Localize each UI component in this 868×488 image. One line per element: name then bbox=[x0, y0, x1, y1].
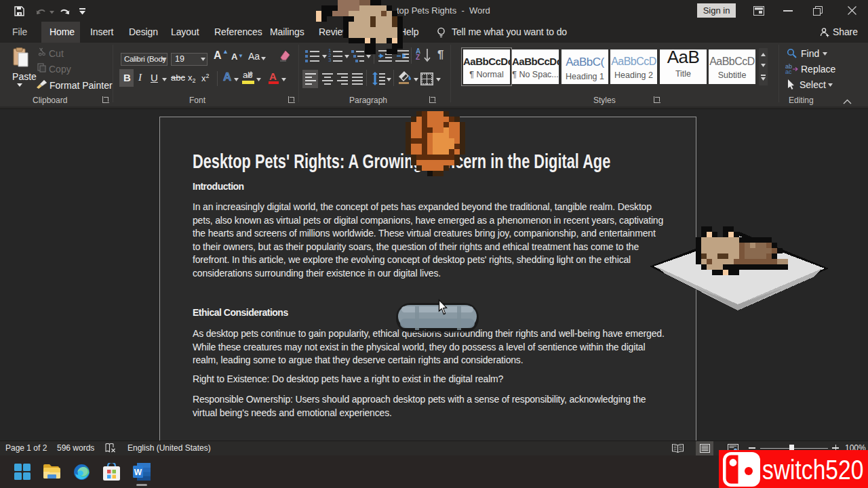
svg-text:W: W bbox=[134, 468, 142, 477]
